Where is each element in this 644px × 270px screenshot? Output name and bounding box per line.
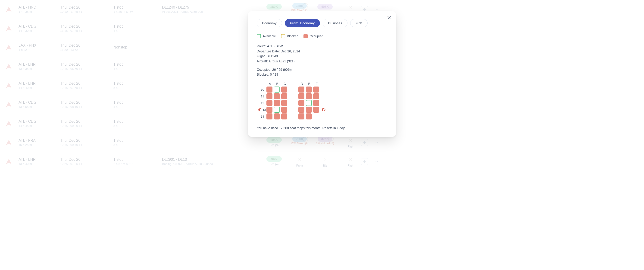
price-pill-eco[interactable]: 105K: [266, 137, 282, 143]
add-button[interactable]: [361, 158, 368, 165]
airline-logo-icon: [5, 43, 13, 52]
seat-occupied[interactable]: [298, 93, 304, 99]
seat-occupied[interactable]: [313, 100, 319, 106]
stops-text: 1 stop: [114, 24, 162, 29]
legend-swatch-occupied: [304, 34, 308, 38]
times-text: 12:25 - 07:05 +1: [60, 162, 114, 166]
times-text: 12:15 - 09:00 +1: [60, 124, 114, 127]
seat-occupied[interactable]: [266, 107, 272, 113]
price-pill-biz[interactable]: 495K: [317, 4, 333, 10]
duration-text: 13 h 55 m: [18, 105, 60, 108]
seat-available[interactable]: [274, 107, 280, 113]
expand-button[interactable]: [373, 158, 380, 165]
seat-occupied[interactable]: [306, 86, 312, 93]
route-text: ATL - LHR: [18, 158, 60, 162]
price-sub-biz: Biz: [323, 164, 327, 167]
duration-text: 13 h 40 m: [18, 162, 60, 166]
seat-map: A B C D E F 10 11 12 13 14: [257, 82, 327, 120]
price-sub-eco: Eco (9): [270, 144, 279, 147]
price-cross-icon: ✕: [343, 137, 358, 144]
times-text: 10:10 - 17:45 +1: [60, 10, 114, 14]
cabin-tabs: Economy Prem. Economy Business First: [257, 19, 387, 27]
seat-col-label: F: [313, 82, 320, 86]
date-text: Thu, Dec 26: [60, 100, 114, 105]
flight-row: ATL - LHR 13 h 40 m Thu, Dec 26 12:25 - …: [0, 152, 644, 171]
tab-business[interactable]: Business: [323, 19, 348, 27]
seat-occupied[interactable]: [274, 100, 280, 106]
seat-occupied[interactable]: [281, 107, 287, 113]
seat-row-number: 13: [263, 108, 266, 111]
date-text: Thu, Dec 26: [60, 139, 114, 143]
legend-label: Available: [263, 34, 276, 38]
price-sub-prem: 22% Mixed (9): [290, 142, 308, 145]
seat-occupied[interactable]: [313, 93, 319, 99]
expand-button[interactable]: [373, 139, 380, 146]
price-pill-eco[interactable]: 94K: [266, 156, 282, 162]
tab-economy[interactable]: Economy: [257, 19, 282, 27]
price-pill-prem[interactable]: 235K: [292, 3, 306, 9]
layover-text: 1 h 36 m DTW: [114, 10, 162, 14]
airline-logo-icon: [5, 5, 13, 14]
legend-label: Occupied: [310, 34, 323, 38]
route-text: ATL - LHR: [18, 81, 60, 86]
price-cross-icon: ✕: [317, 156, 333, 163]
stops-text: 1 stop: [114, 5, 162, 10]
route-text: ATL - CDG: [18, 24, 60, 29]
seat-available[interactable]: [306, 100, 312, 106]
seat-available[interactable]: [274, 86, 280, 93]
layover-text: 4 h: [114, 105, 162, 108]
exit-row-icon: [320, 108, 327, 111]
seat-occupied[interactable]: [313, 86, 319, 93]
seat-row-number: 11: [257, 95, 266, 98]
legend-swatch-blocked: [281, 34, 285, 38]
layover-text: 5 h: [114, 124, 162, 127]
seat-occupied[interactable]: [281, 113, 287, 119]
seat-occupied[interactable]: [274, 93, 280, 99]
date-text: Thu, Dec 26: [60, 62, 114, 67]
seat-occupied[interactable]: [298, 113, 304, 119]
stops-text: 1 stop: [114, 62, 162, 67]
date-text: Thu, Dec 26: [60, 5, 114, 10]
add-button[interactable]: [361, 139, 368, 146]
price-pill-eco[interactable]: 180K: [266, 4, 282, 10]
tab-prem-economy[interactable]: Prem. Economy: [285, 19, 320, 27]
airline-logo-icon: [5, 24, 13, 33]
duration-text: 1 h 32 m: [18, 48, 60, 52]
price-cross-icon: ✕: [343, 156, 358, 163]
price-sub-first: First: [348, 164, 353, 167]
tab-first[interactable]: First: [350, 19, 368, 27]
price-sub-prem: Prem: [296, 164, 303, 167]
seat-occupied[interactable]: [266, 86, 272, 93]
airline-logo-icon: [5, 62, 13, 71]
seat-occupied[interactable]: [313, 107, 319, 113]
seat-occupied[interactable]: [266, 100, 272, 106]
duration-text: 15 h 25 m: [18, 143, 60, 147]
date-text: Thu, Dec 26: [60, 43, 114, 48]
seat-occupied[interactable]: [281, 93, 287, 99]
price-pill-prem[interactable]: 225K: [292, 136, 306, 142]
times-text: 12:15 - 07:55 +1: [60, 86, 114, 89]
date-text: Thu, Dec 26: [60, 81, 114, 86]
duration-text: 14 h 30 m: [18, 29, 60, 33]
route-text: ATL - CDG: [18, 119, 60, 124]
seat-occupied[interactable]: [266, 113, 272, 119]
seat-occupied[interactable]: [281, 100, 287, 106]
seat-occupied[interactable]: [298, 86, 304, 93]
seat-occupied[interactable]: [274, 113, 280, 119]
legend-label: Blocked: [287, 34, 298, 38]
seat-occupied[interactable]: [306, 113, 312, 119]
seat-occupied[interactable]: [306, 107, 312, 113]
seat-occupied[interactable]: [298, 100, 304, 106]
close-button[interactable]: [387, 15, 392, 20]
route-text: ATL - LHR: [18, 62, 60, 67]
seat-legend: Available Blocked Occupied: [257, 34, 387, 38]
price-sub-first: First: [348, 145, 353, 148]
seat-occupied[interactable]: [281, 86, 287, 93]
times-text: 11:20 - 13:52: [60, 48, 114, 52]
seat-occupied[interactable]: [298, 107, 304, 113]
seat-occupied[interactable]: [266, 93, 272, 99]
flight-numbers: DL1240 · DL275: [162, 5, 262, 10]
times-text: 12:16 - 08:10 +1: [60, 105, 114, 108]
price-pill-biz[interactable]: 375K: [318, 136, 332, 142]
seat-occupied[interactable]: [306, 93, 312, 99]
